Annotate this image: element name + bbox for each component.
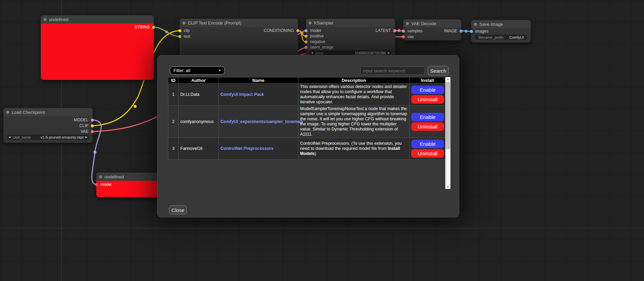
ext-description: This extension offers various detector n…	[298, 84, 410, 106]
description-text: ControlNet Preprocessors. (To use this e…	[300, 141, 402, 151]
node-collapse-dot-icon[interactable]	[44, 18, 47, 21]
header-author: Author	[179, 77, 219, 84]
clip-input-port[interactable]	[178, 29, 181, 32]
node-undefined-string[interactable]: undefined STRING	[41, 15, 154, 80]
uninstall-button[interactable]: Uninstall	[411, 149, 444, 158]
latent-image-input-port[interactable]	[304, 46, 308, 49]
node-collapse-dot-icon[interactable]	[6, 111, 9, 114]
widget-label: ckpt_name	[13, 135, 31, 139]
ckpt-name-widget[interactable]: ◀ ckpt_name v1-5-pruned-emaonly.ckpt ▶	[7, 135, 89, 140]
input-port-row: positive	[304, 34, 324, 38]
wire-string-to-text	[154, 27, 180, 36]
uninstall-button[interactable]: Uninstall	[411, 122, 444, 131]
node-header[interactable]: VAE Decode	[403, 19, 461, 28]
port-label: positive	[310, 34, 324, 38]
input-port-row: model	[304, 28, 321, 33]
node-error-body	[41, 23, 154, 80]
images-input-port[interactable]	[470, 30, 473, 33]
ext-name-link[interactable]: ControlNet Preprocessors	[220, 146, 274, 151]
node-vae-decode[interactable]: VAE Decode samples vae IMAGE	[403, 19, 461, 40]
extension-table: ID Author Name Description Install 1 Dr.…	[168, 77, 446, 160]
dropdown-caret-icon: ▼	[218, 69, 221, 72]
node-collapse-dot-icon[interactable]	[406, 22, 409, 25]
conditioning-output-port[interactable]	[296, 29, 299, 32]
enable-button[interactable]: Enable	[411, 113, 444, 121]
negative-input-port[interactable]	[304, 40, 308, 43]
uninstall-button[interactable]: Uninstall	[411, 95, 444, 104]
enable-button[interactable]: Enable	[411, 140, 444, 148]
ext-id: 1	[168, 84, 179, 106]
samples-input-port[interactable]	[402, 30, 405, 33]
link-dot-clip	[134, 105, 137, 108]
widget-value: v1-5-pruned-emaonly.ckpt	[40, 135, 84, 139]
node-collapse-dot-icon[interactable]	[99, 175, 102, 178]
close-button[interactable]: Close	[169, 206, 187, 214]
comfyui-app: undefined STRING CLIP Text Encode (Promp…	[0, 0, 644, 281]
node-ksampler[interactable]: KSampler model positive negative latent_…	[306, 19, 395, 58]
port-label: model	[310, 28, 321, 33]
node-title: undefined	[104, 174, 124, 179]
search-input[interactable]	[360, 67, 425, 75]
input-port-row: model	[95, 182, 112, 187]
port-label: model	[100, 182, 112, 187]
port-label: STRING	[134, 25, 150, 30]
scroll-down-icon[interactable]: ▼	[445, 185, 450, 189]
widget-prev-icon[interactable]: ◀	[9, 136, 11, 139]
port-label: vae	[407, 34, 414, 39]
node-header[interactable]: KSampler	[306, 19, 395, 27]
vae-output-port[interactable]	[91, 130, 94, 133]
node-save-image[interactable]: Save Image images filename_prefix ComfyU…	[471, 20, 531, 42]
link-dot-latent	[398, 29, 400, 32]
model-output-port[interactable]	[91, 119, 94, 122]
table-row: 2 comfyanonymous ComfyUI_experiments/sam…	[168, 106, 446, 138]
ext-name-link[interactable]: ComfyUI Impact Pack	[220, 92, 264, 97]
link-dot-string	[165, 31, 168, 33]
port-label: LATENT	[376, 28, 391, 33]
enable-button[interactable]: Enable	[411, 86, 444, 94]
scrollbar-thumb[interactable]	[446, 82, 450, 150]
port-label: clip	[184, 28, 190, 33]
widget-value: ComfyUI	[509, 35, 524, 39]
node-header[interactable]: CLIP Text Encode (Prompt)	[180, 19, 298, 27]
port-label: IMAGE	[444, 29, 457, 33]
output-port-row: MODEL	[74, 118, 94, 122]
model-input-port[interactable]	[95, 183, 98, 186]
ext-name-link[interactable]: ComfyUI_experiments/sampler_tonemap	[220, 119, 303, 124]
port-label: negative	[310, 39, 325, 44]
scroll-up-icon[interactable]: ▲	[445, 77, 450, 82]
image-output-port[interactable]	[460, 30, 463, 33]
latent-output-port[interactable]	[393, 29, 396, 32]
ext-description: ControlNet Preprocessors. (To use this e…	[298, 138, 410, 160]
filename-prefix-widget[interactable]: filename_prefix ComfyUI	[475, 35, 527, 40]
node-collapse-dot-icon[interactable]	[309, 21, 312, 24]
node-collapse-dot-icon[interactable]	[474, 23, 477, 26]
text-input-port[interactable]	[178, 35, 181, 38]
widget-prev-icon[interactable]: ◀	[311, 52, 313, 54]
ext-author: comfyanonymous	[179, 106, 219, 138]
positive-input-port[interactable]	[304, 35, 308, 38]
description-text: )	[315, 151, 316, 156]
node-header[interactable]: Save Image	[471, 20, 531, 28]
node-collapse-dot-icon[interactable]	[182, 21, 185, 24]
string-output-port[interactable]	[152, 26, 155, 29]
seed-widget[interactable]: ◀ seed 156680208700286 ▶	[309, 50, 392, 55]
node-load-checkpoint[interactable]: Load Checkpoint MODEL CLIP VAE ◀ ckpt_na…	[3, 108, 93, 143]
table-scrollbar[interactable]: ▲ ▼	[445, 77, 450, 189]
filter-dropdown[interactable]: Filter: all ▼	[170, 66, 225, 75]
node-title: KSampler	[314, 20, 333, 25]
node-header[interactable]: undefined	[41, 15, 154, 23]
clip-output-port[interactable]	[91, 124, 94, 127]
port-label: samples	[407, 29, 423, 33]
node-title: Save Image	[479, 22, 503, 27]
node-header[interactable]: Load Checkpoint	[3, 108, 93, 116]
input-port-row: latent_image	[304, 45, 333, 50]
port-label: VAE	[81, 129, 88, 134]
table-row: 1 Dr.Lt.Data ComfyUI Impact Pack This ex…	[168, 84, 446, 106]
link-dot-model	[94, 151, 97, 154]
model-input-port[interactable]	[304, 29, 308, 32]
search-button[interactable]: Search	[428, 66, 449, 75]
input-port-row: text	[178, 34, 190, 39]
widget-next-icon[interactable]: ▶	[388, 52, 390, 54]
widget-next-icon[interactable]: ▶	[85, 136, 87, 139]
vae-input-port[interactable]	[402, 35, 405, 38]
